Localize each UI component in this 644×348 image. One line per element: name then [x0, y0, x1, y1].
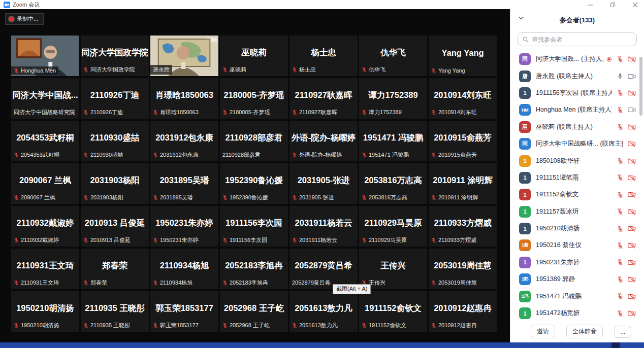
participant-video-tile[interactable]: 肖璟晗1850063 肖璟晗1850063	[150, 78, 218, 119]
camera-off-icon[interactable]	[628, 90, 636, 96]
participant-video-tile[interactable]: 2110935 王晓彤 2110935 王晓彤	[81, 291, 149, 332]
participant-row[interactable]: 1 1911156李次园 (联席主持人)	[510, 85, 644, 101]
camera-off-icon[interactable]	[628, 208, 636, 215]
participant-video-tile[interactable]: 2110934杨旭 2110934杨旭	[150, 249, 218, 289]
participant-video-tile[interactable]: 1951471 冯骏鹏 1951471 冯骏鹏	[359, 121, 427, 161]
participant-video-tile[interactable]: 2110933方熠威 2110933方熠威	[429, 206, 497, 247]
participant-video-tile[interactable]: 2051613敖力凡 2051613敖力凡	[289, 291, 358, 332]
participant-video-tile[interactable]: 2031912包永康 2031912包永康	[150, 121, 218, 161]
restore-icon[interactable]	[609, 2, 616, 8]
mic-muted-icon[interactable]	[617, 89, 623, 96]
mic-muted-icon[interactable]	[617, 242, 623, 249]
mic-muted-icon[interactable]	[617, 276, 623, 283]
participant-video-tile[interactable]: 2180005-齐梦瑶 2180005-齐梦瑶	[220, 78, 288, 119]
mic-muted-icon[interactable]	[617, 310, 623, 317]
participant-video-tile[interactable]: 郑春荣 郑春荣	[81, 249, 149, 289]
minimize-icon[interactable]	[587, 2, 593, 8]
camera-off-icon[interactable]	[628, 293, 636, 300]
mic-muted-icon[interactable]	[617, 174, 623, 181]
participant-row[interactable]: 1冯 1951471 冯骏鹏	[510, 288, 644, 304]
participant-video-tile[interactable]: 2054353武籽桐 2054353武籽桐	[11, 121, 79, 161]
camera-off-icon[interactable]	[628, 175, 636, 181]
participant-video-tile[interactable]: 2052968 王子屹 2052968 王子屹	[220, 291, 288, 332]
more-options-button[interactable]: ...	[614, 326, 631, 338]
participant-video-tile[interactable]: 2053816万志高 2053816万志高	[359, 163, 427, 204]
camera-off-icon[interactable]	[628, 310, 636, 317]
participant-row[interactable]: 1蔡 1950216 蔡佳仪	[510, 237, 644, 254]
participant-row[interactable]: 1 1950210胡清扬	[510, 220, 644, 237]
camera-off-icon[interactable]	[628, 225, 636, 232]
participant-video-tile[interactable]: 2053019周佳慧 2053019周佳慧	[429, 249, 497, 289]
participant-row[interactable]: 1 1911151谭笔雨	[510, 169, 644, 186]
camera-off-icon[interactable]	[628, 191, 636, 198]
participant-row[interactable]: 1 1911157聂冰玥	[510, 203, 644, 220]
participant-video-tile[interactable]: 巫晓莉 巫晓莉	[220, 36, 288, 76]
camera-off-icon[interactable]	[628, 56, 636, 62]
participant-video-tile[interactable]: Yang Yang Yang Yang	[429, 36, 497, 76]
participant-video-tile[interactable]: 2110930盛喆 2110930盛喆	[81, 121, 149, 161]
participant-video-tile[interactable]: 2110932戴淑婷 2110932戴淑婷	[11, 206, 79, 247]
participant-video-tile[interactable]: 同济大学中国战... 同济大学中国战略研究院	[11, 78, 79, 119]
mic-muted-icon[interactable]	[617, 157, 623, 164]
participant-search[interactable]	[518, 32, 637, 46]
participant-video-tile[interactable]: 2010913 吕俊延 2010913 吕俊延	[81, 206, 149, 247]
participant-video-tile[interactable]: 2031911杨若云 2031911杨若云	[289, 206, 358, 247]
mute-all-button[interactable]: 全体静音	[566, 325, 603, 338]
camera-off-icon[interactable]	[628, 276, 636, 283]
mic-muted-icon[interactable]	[617, 191, 623, 198]
participant-video-tile[interactable]: 郭玉荣1853177 郭玉荣1853177	[150, 291, 218, 332]
participant-video-tile[interactable]: 同济大学国政学院 同济大学国政学院	[81, 36, 149, 76]
participant-row[interactable]: 1 1850108欧华轩	[510, 152, 644, 169]
participant-row[interactable]: 同 同济大学国政... (主持人, 我)	[510, 51, 644, 67]
participant-video-tile[interactable]: 2110931王文琦 2110931王文琦	[11, 249, 79, 289]
participant-row[interactable]: 1 1911152俞钦文	[510, 186, 644, 203]
participant-video-tile[interactable]: 2110927耿嘉晖 2110927耿嘉晖	[289, 78, 358, 119]
camera-off-icon[interactable]	[628, 242, 636, 249]
mic-on-icon[interactable]	[617, 73, 623, 80]
participant-video-tile[interactable]: 杨士忠 杨士忠	[289, 36, 358, 76]
mic-muted-icon[interactable]	[617, 293, 623, 300]
participant-video-tile[interactable]: 2031903杨阳 2031903杨阳	[81, 163, 149, 204]
participant-video-tile[interactable]: 1952390鲁沁媛 1952390鲁沁媛	[220, 163, 288, 204]
participant-video-tile[interactable]: 1911152俞钦文 1911152俞钦文	[359, 291, 427, 332]
participant-video-tile[interactable]: 谭力1752389 谭力1752389	[359, 78, 427, 119]
participant-row[interactable]: 1 1951472杨竞妍	[510, 305, 644, 322]
participant-row[interactable]: 巫 巫晓莉 (联席主持人)	[510, 119, 644, 135]
close-icon[interactable]	[632, 2, 638, 8]
taskbar-item[interactable]	[611, 342, 620, 348]
participant-video-tile[interactable]: 1911156李次园 1911156李次园	[220, 206, 288, 247]
participant-video-tile[interactable]: 2031905-张进 2031905-张进	[289, 163, 358, 204]
participant-video-tile[interactable]: 2010912赵惠冉 2010912赵惠冉	[429, 291, 497, 332]
participant-video-tile[interactable]: 2110929马昊原 2110929马昊原	[359, 206, 427, 247]
participant-video-tile[interactable]: 2110928部彦君 2110928部彦君	[220, 121, 288, 161]
participant-row[interactable]: 1 1950231朱亦婷	[510, 254, 644, 271]
participant-video-tile[interactable]: Honghua Men	[11, 36, 79, 76]
participant-video-tile[interactable]: 外语-院办-杨曜婷 外语-院办-杨曜婷	[289, 121, 358, 161]
camera-off-icon[interactable]	[628, 141, 636, 147]
mic-muted-icon[interactable]	[617, 225, 623, 232]
participant-video-tile[interactable]: 1950231朱亦婷 1950231朱亦婷	[150, 206, 218, 247]
camera-off-icon[interactable]	[628, 158, 636, 164]
camera-off-icon[interactable]	[628, 124, 636, 130]
participant-video-tile[interactable]: 唐永胜	[150, 36, 218, 76]
camera-off-icon[interactable]	[628, 259, 636, 266]
participant-video-tile[interactable]: 2052879黄吕希 2052879黄吕希	[289, 249, 358, 289]
search-input[interactable]	[532, 36, 632, 43]
participant-video-tile[interactable]: 2010911 涂明辉 2010911 涂明辉	[429, 163, 497, 204]
recording-indicator[interactable]: 录制中...	[5, 13, 44, 25]
participant-video-tile[interactable]: 2010915俞燕芳 2010915俞燕芳	[429, 121, 497, 161]
mic-muted-icon[interactable]	[617, 107, 623, 114]
participant-video-tile[interactable]: 王传兴 王传兴	[359, 249, 427, 289]
mic-muted-icon[interactable]	[617, 259, 623, 266]
participant-row[interactable]: 1郭 1951389 郭静	[510, 271, 644, 288]
invite-button[interactable]: 邀请	[531, 325, 555, 338]
participant-video-tile[interactable]: 2110926丁迪 2110926丁迪	[81, 78, 149, 119]
participant-video-tile[interactable]: 仇华飞 仇华飞	[359, 36, 427, 76]
participant-row[interactable]: 唐 唐永胜 (联席主持人)	[510, 67, 644, 84]
participant-row[interactable]: HM Honghua Men (联席主持人)	[510, 101, 644, 118]
camera-on-icon[interactable]	[628, 107, 636, 113]
participant-video-tile[interactable]: 2090067 兰枫 2090067 兰枫	[11, 163, 79, 204]
panel-scrollbar[interactable]	[639, 57, 642, 116]
camera-on-icon[interactable]	[628, 73, 636, 80]
participant-row[interactable]: 同 同济大学中国战略研... (联席主持人)	[510, 135, 644, 152]
